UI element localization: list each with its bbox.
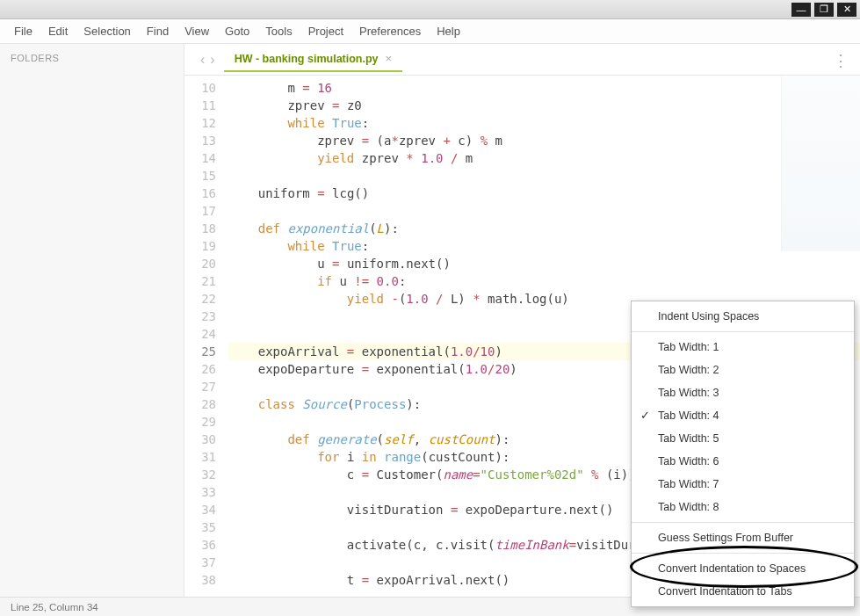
line-number: 29 <box>184 413 216 431</box>
menu-item-tab-width[interactable]: Tab Width: 2 <box>632 359 854 381</box>
line-number: 37 <box>184 554 216 571</box>
menu-tools[interactable]: Tools <box>265 25 292 38</box>
nav-forward-icon[interactable]: › <box>210 52 214 68</box>
maximize-button[interactable]: ❐ <box>814 3 834 17</box>
code-line[interactable] <box>228 202 860 220</box>
code-line[interactable]: while True: <box>228 237 860 255</box>
menu-item-tab-width[interactable]: Tab Width: 4 <box>632 404 854 427</box>
nav-back-icon[interactable]: ‹ <box>200 52 205 68</box>
sidebar-heading: FOLDERS <box>11 53 173 63</box>
code-line[interactable]: zprev = z0 <box>228 97 860 114</box>
main-window: — ❐ ✕ File Edit Selection Find View Goto… <box>0 0 860 616</box>
close-tab-icon[interactable]: × <box>386 52 393 65</box>
cursor-position: Line 25, Column 34 <box>11 602 98 612</box>
menu-project[interactable]: Project <box>308 25 343 38</box>
code-line[interactable] <box>228 167 860 185</box>
menu-preferences[interactable]: Preferences <box>359 25 421 38</box>
code-line[interactable]: zprev = (a*zprev + c) % m <box>228 132 860 149</box>
more-menu-icon[interactable]: ⋮ <box>833 51 848 70</box>
line-number: 35 <box>184 518 216 536</box>
menu-item-convert-to-tabs[interactable]: Convert Indentation to Tabs <box>632 580 854 603</box>
sidebar: FOLDERS <box>0 44 184 597</box>
code-line[interactable]: m = 16 <box>228 79 860 97</box>
line-number: 23 <box>184 308 216 325</box>
code-line[interactable]: if u != 0.0: <box>228 272 860 290</box>
line-number: 18 <box>184 220 216 237</box>
line-number: 17 <box>184 202 216 220</box>
line-number: 12 <box>184 114 216 132</box>
titlebar: — ❐ ✕ <box>0 0 860 19</box>
menu-view[interactable]: View <box>184 25 209 38</box>
tab-row: ‹ › HW - banking simulation.py × ⋮ <box>184 44 860 76</box>
tab-label: HW - banking simulation.py <box>235 53 379 65</box>
line-number: 14 <box>184 149 216 167</box>
code-line[interactable]: while True: <box>228 114 860 132</box>
line-number: 36 <box>184 536 216 554</box>
line-number: 19 <box>184 237 216 255</box>
menu-separator <box>632 331 854 332</box>
menu-edit[interactable]: Edit <box>48 25 68 38</box>
menu-bar: File Edit Selection Find View Goto Tools… <box>0 19 860 44</box>
menu-item-convert-to-spaces[interactable]: Convert Indentation to Spaces <box>632 557 854 580</box>
line-number: 13 <box>184 132 216 149</box>
minimize-button[interactable]: — <box>791 3 811 17</box>
menu-item-tab-width[interactable]: Tab Width: 6 <box>632 450 854 473</box>
line-number: 33 <box>184 483 216 501</box>
menu-find[interactable]: Find <box>147 25 169 38</box>
close-button[interactable]: ✕ <box>837 3 856 17</box>
indentation-context-menu: Indent Using Spaces Tab Width: 1Tab Widt… <box>631 301 855 607</box>
line-number: 10 <box>184 79 216 97</box>
line-number: 26 <box>184 360 216 378</box>
code-line[interactable]: def exponential(L): <box>228 220 860 237</box>
line-number: 32 <box>184 466 216 483</box>
line-number: 25 <box>184 343 216 360</box>
code-line[interactable]: yield zprev * 1.0 / m <box>228 149 860 167</box>
menu-item-tab-width[interactable]: Tab Width: 1 <box>632 336 854 359</box>
code-line[interactable]: uniform = lcg() <box>228 185 860 202</box>
line-number: 31 <box>184 448 216 466</box>
menu-selection[interactable]: Selection <box>83 25 130 38</box>
minimap[interactable] <box>781 76 860 251</box>
menu-goto[interactable]: Goto <box>225 25 249 38</box>
menu-item-indent-using-spaces[interactable]: Indent Using Spaces <box>632 305 854 328</box>
line-number: 21 <box>184 272 216 290</box>
menu-item-tab-width[interactable]: Tab Width: 8 <box>632 496 854 518</box>
line-number: 15 <box>184 167 216 185</box>
line-number: 38 <box>184 571 216 589</box>
line-number: 28 <box>184 395 216 413</box>
menu-item-tab-width[interactable]: Tab Width: 7 <box>632 473 854 496</box>
line-number: 34 <box>184 501 216 518</box>
menu-file[interactable]: File <box>14 25 33 38</box>
line-number: 20 <box>184 255 216 272</box>
menu-item-guess-settings[interactable]: Guess Settings From Buffer <box>632 526 854 549</box>
line-number: 22 <box>184 290 216 308</box>
line-gutter: 1011121314151617181920212223242526272829… <box>184 76 228 592</box>
menu-item-tab-width[interactable]: Tab Width: 5 <box>632 427 854 450</box>
tab-file[interactable]: HW - banking simulation.py × <box>224 47 403 72</box>
menu-help[interactable]: Help <box>437 25 460 38</box>
menu-separator <box>632 553 854 554</box>
line-number: 11 <box>184 97 216 114</box>
menu-item-tab-width[interactable]: Tab Width: 3 <box>632 381 854 404</box>
line-number: 24 <box>184 325 216 343</box>
line-number: 16 <box>184 185 216 202</box>
menu-separator <box>632 522 854 523</box>
line-number: 27 <box>184 378 216 395</box>
code-line[interactable]: u = uniform.next() <box>228 255 860 272</box>
line-number: 30 <box>184 431 216 448</box>
